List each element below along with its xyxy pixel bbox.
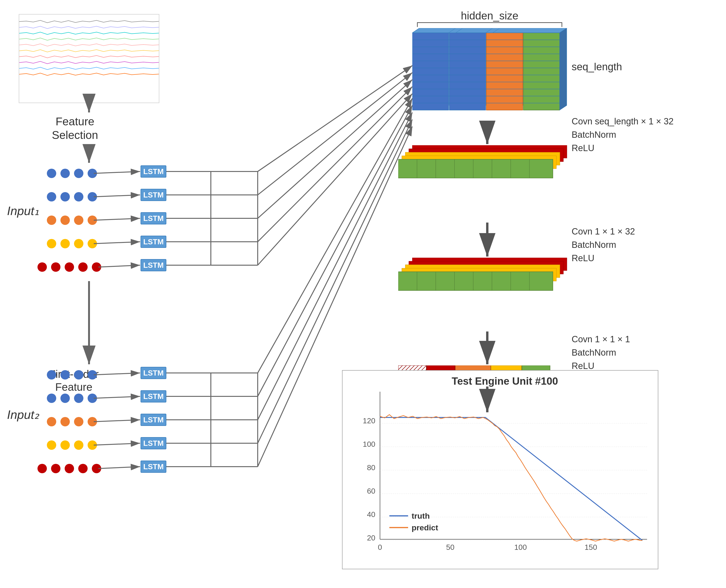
dot <box>47 239 56 248</box>
input1-row3-dots <box>47 215 97 225</box>
input1-row2-dots <box>47 192 97 202</box>
svg-text:50: 50 <box>446 543 455 551</box>
diagram-container: Feature Selection Input₁ Input₂ First-or… <box>0 0 726 588</box>
dot <box>88 192 97 202</box>
svg-line-88 <box>94 171 140 173</box>
conv1-svg <box>412 28 576 117</box>
dot <box>60 440 70 450</box>
svg-text:150: 150 <box>584 543 597 551</box>
svg-text:0: 0 <box>378 543 382 551</box>
dot <box>65 464 74 473</box>
conv2-svg <box>398 145 576 215</box>
dot <box>38 464 47 473</box>
svg-text:60: 60 <box>367 487 375 495</box>
dot <box>74 440 83 450</box>
svg-line-90 <box>94 218 140 220</box>
dot <box>92 464 101 473</box>
dot <box>88 370 97 379</box>
conv2-labels: Covn 1 × 1 × 32 BatchNorm ReLU <box>572 225 635 265</box>
input1-label: Input₁ <box>7 204 39 218</box>
svg-line-112 <box>94 396 140 398</box>
dot <box>74 169 83 178</box>
batchnorm1-label: BatchNorm <box>572 128 673 142</box>
graph-svg: 20 40 60 80 100 120 0 50 100 150 <box>361 389 654 558</box>
svg-line-128 <box>258 98 412 373</box>
dot <box>88 440 97 450</box>
svg-text:80: 80 <box>367 463 375 472</box>
lstm-box-2-1: LSTM <box>141 367 166 379</box>
dot <box>88 394 97 403</box>
svg-rect-16 <box>486 33 523 110</box>
input2-row3-dots <box>47 417 97 426</box>
dot <box>88 169 97 178</box>
batchnorm3-label: BatchNorm <box>572 346 630 359</box>
dot <box>88 417 97 426</box>
dot <box>74 215 83 225</box>
svg-text:20: 20 <box>367 534 375 542</box>
dot <box>92 262 101 272</box>
lstm-box-1-1: LSTM <box>141 165 166 177</box>
hidden-size-bracket <box>417 22 562 27</box>
conv2-label: Covn 1 × 1 × 32 <box>572 225 635 238</box>
conv3-label: Covn 1 × 1 × 1 <box>572 333 630 346</box>
dot <box>47 169 56 178</box>
batchnorm2-label: BatchNorm <box>572 238 635 252</box>
svg-text:predict: predict <box>412 523 438 532</box>
dot <box>47 440 56 450</box>
dot <box>74 394 83 403</box>
lstm-box-2-3: LSTM <box>141 414 166 426</box>
lstm-box-1-3: LSTM <box>141 212 166 225</box>
svg-line-107 <box>258 80 412 218</box>
timeseries-panel <box>19 14 159 103</box>
dot <box>88 215 97 225</box>
dot <box>60 169 70 178</box>
input1-row5-dots <box>38 262 101 272</box>
dot <box>74 192 83 202</box>
conv1-labels: Covn seq_length × 1 × 32 BatchNorm ReLU <box>572 115 673 155</box>
lstm-box-1-2: LSTM <box>141 189 166 201</box>
svg-line-113 <box>94 420 140 422</box>
svg-marker-31 <box>560 28 567 110</box>
svg-line-91 <box>94 242 140 244</box>
input1-row4-dots <box>47 239 97 248</box>
svg-text:40: 40 <box>367 510 375 519</box>
dot <box>78 262 88 272</box>
svg-line-106 <box>258 72 412 195</box>
svg-line-114 <box>94 443 140 445</box>
dot <box>74 417 83 426</box>
conv2-feature-maps <box>398 145 576 216</box>
dot <box>74 239 83 248</box>
dot <box>60 417 70 426</box>
dot <box>78 464 88 473</box>
relu2-label: ReLU <box>572 252 635 265</box>
input2-label: Input₂ <box>7 407 39 422</box>
input2-row1-dots <box>47 370 97 379</box>
dot <box>51 464 60 473</box>
lstm-box-2-5: LSTM <box>141 461 166 473</box>
svg-rect-14 <box>412 33 449 110</box>
dot <box>47 192 56 202</box>
svg-line-89 <box>94 195 140 197</box>
lstm-box-2-4: LSTM <box>141 437 166 449</box>
svg-rect-15 <box>449 33 486 110</box>
conv1-label: Covn seq_length × 1 × 32 <box>572 115 673 128</box>
dot <box>88 239 97 248</box>
dot <box>51 262 60 272</box>
svg-rect-36 <box>398 159 553 178</box>
input1-row1-dots <box>47 169 97 178</box>
conv3-svg <box>398 258 576 323</box>
svg-text:truth: truth <box>412 511 430 520</box>
dot <box>47 394 56 403</box>
svg-line-92 <box>98 265 140 267</box>
feature-selection-label: Feature Selection <box>38 115 112 142</box>
svg-line-115 <box>98 467 140 468</box>
graph-title: Test Engine Unit #100 <box>361 375 648 387</box>
lstm-box-2-2: LSTM <box>141 390 166 402</box>
dot <box>60 394 70 403</box>
input2-row5-dots <box>38 464 101 473</box>
seq-length-label: seq_length <box>572 61 622 72</box>
svg-line-109 <box>258 94 412 265</box>
lstm-box-1-4: LSTM <box>141 236 166 248</box>
dot <box>60 192 70 202</box>
conv3-feature-maps <box>398 258 576 324</box>
